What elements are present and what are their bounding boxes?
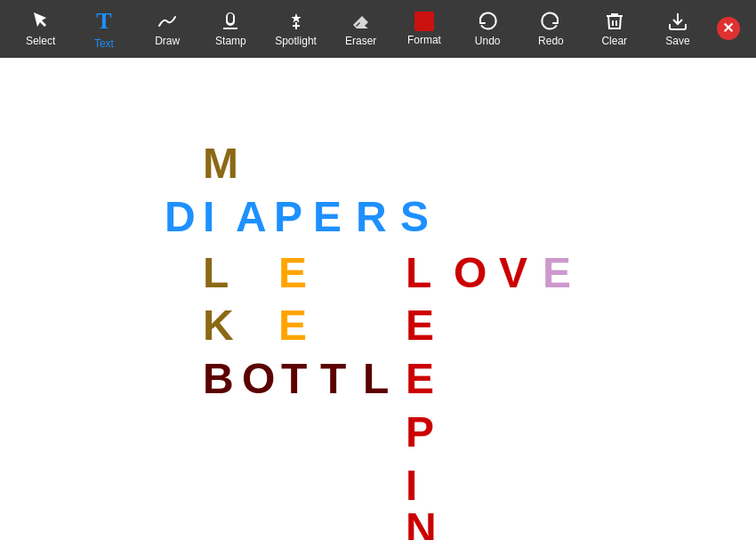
toolbar: Select T Text Draw Stamp Spotlight Er	[0, 0, 756, 58]
crossword-letter-25: N	[406, 507, 437, 540]
crossword-letter-14: K	[203, 304, 234, 347]
crossword-letter-18: O	[242, 358, 275, 400]
clear-label: Clear	[601, 35, 627, 47]
crossword-letter-12: V	[499, 252, 527, 294]
undo-label: Undo	[475, 35, 501, 47]
crossword-letter-8: L	[203, 252, 229, 294]
crossword-letter-19: T	[281, 358, 307, 400]
eraser-tool[interactable]: Eraser	[336, 3, 385, 56]
crossword-letter-23: P	[406, 411, 434, 454]
stamp-label: Stamp	[215, 35, 246, 47]
crossword-letter-10: L	[406, 252, 431, 294]
crossword-letter-15: E	[278, 304, 307, 347]
stamp-tool[interactable]: Stamp	[206, 3, 255, 56]
spotlight-tool[interactable]: Spotlight	[269, 3, 322, 56]
crossword-letter-11: O	[454, 252, 487, 294]
crossword-letter-24: I	[406, 464, 417, 507]
crossword-letter-16: E	[406, 304, 434, 347]
crossword-letter-22: E	[406, 358, 434, 400]
eraser-icon	[350, 11, 372, 32]
save-icon	[667, 11, 688, 32]
save-label: Save	[665, 35, 689, 47]
crossword-letter-0: M	[203, 142, 238, 185]
select-label: Select	[26, 35, 55, 47]
clear-tool[interactable]: Clear	[590, 3, 639, 56]
crossword-letter-13: E	[543, 252, 571, 294]
canvas[interactable]: MDIAPERSLELOVEKEEBOTTLEPING	[0, 58, 756, 540]
text-label: Text	[94, 37, 114, 50]
draw-icon	[157, 11, 178, 32]
crossword-letter-17: B	[203, 358, 234, 400]
eraser-label: Eraser	[345, 35, 376, 47]
crossword-letter-21: L	[363, 358, 389, 400]
redo-icon	[540, 11, 561, 32]
select-icon	[30, 11, 52, 32]
crossword-letter-5: E	[313, 196, 342, 238]
crossword-letter-1: D	[165, 196, 196, 238]
draw-tool[interactable]: Draw	[143, 3, 192, 56]
save-tool[interactable]: Save	[653, 3, 702, 56]
format-icon	[414, 12, 434, 31]
crossword-letter-9: E	[278, 252, 307, 294]
close-icon: ✕	[722, 20, 734, 36]
undo-tool[interactable]: Undo	[463, 3, 512, 56]
undo-icon	[477, 11, 498, 32]
close-button[interactable]: ✕	[717, 17, 740, 40]
text-tool[interactable]: T Text	[79, 3, 128, 56]
spotlight-label: Spotlight	[275, 35, 317, 47]
crossword-letter-2: I	[203, 196, 214, 238]
crossword-letter-3: A	[236, 196, 267, 238]
format-tool[interactable]: Format	[399, 3, 448, 56]
clear-icon	[604, 11, 625, 32]
crossword-letter-20: T	[320, 358, 346, 400]
stamp-icon	[220, 11, 241, 32]
redo-tool[interactable]: Redo	[527, 3, 575, 56]
select-tool[interactable]: Select	[16, 3, 65, 56]
crossword-letter-4: P	[274, 196, 302, 238]
spotlight-icon	[286, 11, 307, 32]
redo-label: Redo	[538, 35, 564, 47]
draw-label: Draw	[155, 35, 180, 47]
crossword-letter-7: S	[400, 196, 429, 238]
format-label: Format	[407, 34, 441, 46]
text-icon: T	[96, 8, 111, 35]
crossword-letter-6: R	[356, 196, 387, 238]
